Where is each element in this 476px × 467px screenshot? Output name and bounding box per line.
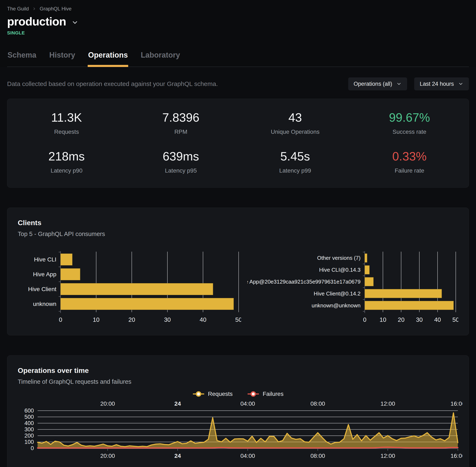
stat-label: Latency p95 bbox=[124, 167, 238, 174]
stats-panel: 11.3K Requests 7.8396 RPM 43 Unique Oper… bbox=[7, 99, 469, 188]
tab-laboratory[interactable]: Laboratory bbox=[140, 48, 180, 67]
target-selector[interactable]: production bbox=[7, 15, 79, 28]
svg-text:04:00: 04:00 bbox=[240, 453, 255, 459]
svg-text:04:00: 04:00 bbox=[240, 401, 255, 407]
breadcrumb-org-link[interactable]: The Guild bbox=[7, 6, 29, 12]
svg-text:16:00: 16:00 bbox=[450, 453, 463, 459]
svg-text:20:00: 20:00 bbox=[100, 401, 115, 407]
svg-text:50: 50 bbox=[235, 316, 241, 323]
stat-failure-rate: 0.33% Failure rate bbox=[352, 150, 467, 174]
svg-text:300: 300 bbox=[25, 426, 34, 433]
breadcrumb-project-link[interactable]: GraphQL Hive bbox=[40, 6, 72, 12]
toolbar: Data collected based on operation execut… bbox=[0, 67, 476, 90]
tab-bar: Schema History Operations Laboratory bbox=[7, 48, 469, 67]
legend-label: Requests bbox=[208, 391, 233, 397]
stat-requests: 11.3K Requests bbox=[9, 111, 124, 135]
period-filter-dropdown[interactable]: Last 24 hours bbox=[414, 78, 469, 90]
operations-filter-value: Operations (all) bbox=[354, 81, 392, 87]
svg-text:12:00: 12:00 bbox=[380, 401, 395, 407]
svg-text:40: 40 bbox=[199, 316, 206, 323]
svg-text:Hive Client: Hive Client bbox=[28, 286, 57, 292]
breadcrumb: The Guild GraphQL Hive bbox=[7, 6, 469, 12]
svg-text:500: 500 bbox=[25, 414, 34, 420]
page-description: Data collected based on operation execut… bbox=[7, 80, 218, 87]
stat-label: Latency p99 bbox=[238, 167, 352, 174]
tab-schema[interactable]: Schema bbox=[7, 48, 37, 67]
clients-charts: 01020304050Hive CLIHive AppHive Clientun… bbox=[18, 251, 458, 324]
stat-value: 639ms bbox=[124, 150, 238, 162]
svg-text:Hive CLI: Hive CLI bbox=[34, 256, 56, 263]
svg-text:unknown: unknown bbox=[33, 301, 56, 307]
clients-panel-subtitle: Top 5 - GraphQL API consumers bbox=[18, 231, 458, 237]
operations-dashboard: The Guild GraphQL Hive production SINGLE… bbox=[0, 0, 476, 467]
stat-value: 0.33% bbox=[352, 150, 467, 162]
legend-item-requests[interactable]: Requests bbox=[193, 391, 233, 397]
clients-by-name-chart[interactable]: 01020304050Hive CLIHive AppHive Clientun… bbox=[18, 251, 241, 324]
svg-text:600: 600 bbox=[25, 408, 34, 414]
failures-series-icon bbox=[247, 391, 259, 397]
svg-text:100: 100 bbox=[25, 439, 34, 445]
stat-latency-p95: 639ms Latency p95 bbox=[124, 150, 238, 174]
svg-text:Hive App@20e3129caa921c35e9979: Hive App@20e3129caa921c35e9979631e17a067… bbox=[247, 279, 360, 285]
clients-panel-title: Clients bbox=[18, 219, 458, 227]
target-type-badge: SINGLE bbox=[7, 30, 469, 36]
page-title: production bbox=[7, 15, 66, 28]
requests-timeline-chart[interactable]: 010020030040050060020:0020:00242404:0004… bbox=[18, 400, 463, 466]
legend-item-failures[interactable]: Failures bbox=[247, 391, 283, 397]
svg-text:10: 10 bbox=[380, 316, 386, 323]
stat-rpm: 7.8396 RPM bbox=[124, 111, 238, 135]
svg-text:24: 24 bbox=[174, 453, 181, 459]
svg-text:20:00: 20:00 bbox=[100, 453, 115, 459]
stat-value: 5.45s bbox=[238, 150, 352, 162]
clients-by-version-chart[interactable]: 01020304050Other versions (7)Hive CLI@0.… bbox=[247, 251, 458, 324]
legend-label: Failures bbox=[263, 391, 283, 397]
stat-value: 43 bbox=[238, 111, 352, 124]
svg-text:400: 400 bbox=[25, 420, 34, 426]
clients-panel: Clients Top 5 - GraphQL API consumers 01… bbox=[7, 208, 469, 335]
chevron-right-icon bbox=[32, 7, 36, 11]
svg-text:0: 0 bbox=[59, 316, 62, 323]
svg-text:40: 40 bbox=[434, 316, 441, 323]
svg-text:16:00: 16:00 bbox=[450, 401, 463, 407]
timeline-panel-title: Operations over time bbox=[18, 366, 458, 375]
svg-text:10: 10 bbox=[93, 316, 99, 323]
stat-label: RPM bbox=[124, 129, 238, 135]
svg-text:30: 30 bbox=[164, 316, 171, 323]
svg-text:Other versions (7): Other versions (7) bbox=[317, 255, 360, 261]
operations-over-time-panel: Operations over time Timeline of GraphQL… bbox=[7, 355, 469, 467]
stat-label: Unique Operations bbox=[238, 129, 352, 135]
stat-unique-operations: 43 Unique Operations bbox=[238, 111, 352, 135]
operations-filter-dropdown[interactable]: Operations (all) bbox=[348, 78, 407, 90]
svg-text:Hive Client@0.14.2: Hive Client@0.14.2 bbox=[314, 290, 360, 297]
stat-label: Failure rate bbox=[352, 167, 467, 174]
svg-text:20: 20 bbox=[398, 316, 404, 323]
svg-text:Hive CLI@0.14.3: Hive CLI@0.14.3 bbox=[319, 267, 360, 273]
stat-value: 218ms bbox=[9, 150, 124, 162]
timeline-legend: Requests Failures bbox=[18, 391, 458, 397]
svg-text:200: 200 bbox=[25, 433, 34, 439]
chevron-down-icon bbox=[458, 81, 463, 87]
period-filter-value: Last 24 hours bbox=[420, 81, 454, 87]
tab-operations[interactable]: Operations bbox=[88, 48, 128, 67]
stat-label: Success rate bbox=[352, 129, 467, 135]
stat-value: 11.3K bbox=[9, 111, 124, 124]
stat-label: Requests bbox=[9, 129, 124, 135]
svg-text:50: 50 bbox=[452, 316, 458, 323]
tab-history[interactable]: History bbox=[49, 48, 76, 67]
stat-latency-p99: 5.45s Latency p99 bbox=[238, 150, 352, 174]
header: The Guild GraphQL Hive production SINGLE… bbox=[0, 0, 476, 67]
timeline-chart-wrap: 010020030040050060020:0020:00242404:0004… bbox=[18, 400, 458, 467]
chevron-down-icon bbox=[71, 19, 79, 26]
svg-text:0: 0 bbox=[363, 316, 366, 323]
filters: Operations (all) Last 24 hours bbox=[348, 78, 469, 90]
svg-text:08:00: 08:00 bbox=[310, 453, 325, 459]
timeline-panel-subtitle: Timeline of GraphQL requests and failure… bbox=[18, 378, 458, 385]
svg-text:Hive App: Hive App bbox=[33, 271, 56, 278]
svg-text:unknown@unknown: unknown@unknown bbox=[312, 302, 360, 309]
chevron-down-icon bbox=[396, 81, 402, 87]
svg-text:08:00: 08:00 bbox=[310, 401, 325, 407]
stat-latency-p90: 218ms Latency p90 bbox=[9, 150, 124, 174]
svg-text:12:00: 12:00 bbox=[380, 453, 395, 459]
stat-value: 7.8396 bbox=[124, 111, 238, 124]
svg-text:24: 24 bbox=[174, 401, 181, 407]
